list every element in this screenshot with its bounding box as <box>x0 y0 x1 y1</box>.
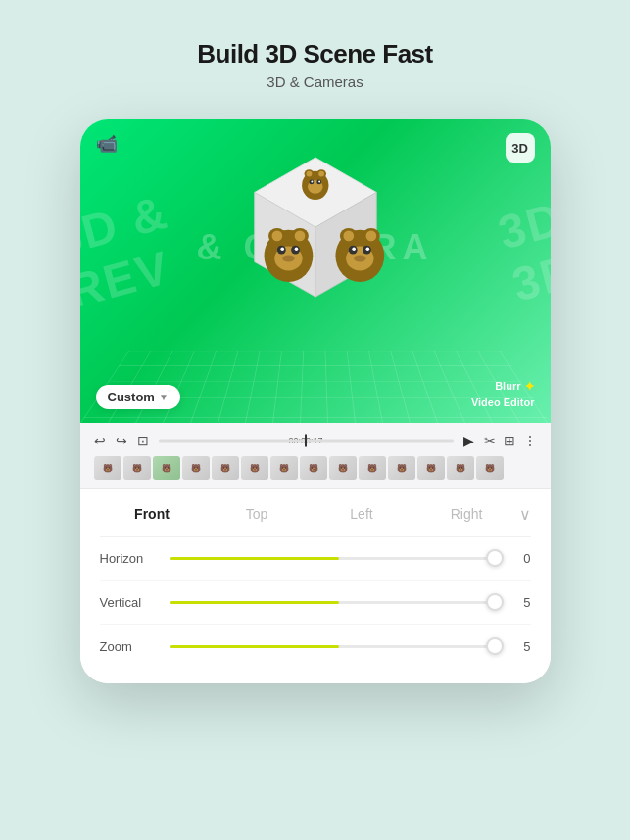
bg-text-right: 3D3D <box>493 191 550 311</box>
crop-button[interactable]: ⊡ <box>137 433 149 448</box>
frame-thumb: 🐻 <box>329 456 357 480</box>
zoom-thumb[interactable] <box>486 637 504 655</box>
svg-point-33 <box>311 180 313 182</box>
vertical-thumb[interactable] <box>486 593 504 611</box>
custom-view-button[interactable]: Custom ▼ <box>96 385 180 409</box>
play-button[interactable]: ▶ <box>463 433 474 448</box>
layers-button[interactable]: ⊞ <box>504 433 515 448</box>
timeline-right-icons: ✂ ⊞ ⋮ <box>484 433 537 448</box>
frame-thumb: 🐻 <box>417 456 445 480</box>
frame-thumb: 🐻 <box>123 456 151 480</box>
svg-point-6 <box>271 231 282 242</box>
svg-point-11 <box>280 247 284 251</box>
3d-cube <box>237 149 394 305</box>
view-tabs: Front Top Left Right ∨ <box>100 489 531 537</box>
star-icon: ✦ <box>524 379 535 394</box>
watermark-line1: Blurr <box>495 380 520 392</box>
svg-point-23 <box>365 247 369 251</box>
zoom-slider-row: Zoom 5 <box>100 625 531 668</box>
svg-point-17 <box>343 231 354 242</box>
canvas-toolbar-left: 📹 <box>96 133 118 155</box>
frame-thumb: 🐻 <box>153 456 180 480</box>
zoom-value: 5 <box>508 639 531 654</box>
horizon-slider-row: Horizon 0 <box>100 537 531 581</box>
svg-point-34 <box>318 180 320 182</box>
frame-thumb: 🐻 <box>447 456 474 480</box>
page-subtitle: 3D & Cameras <box>197 73 432 90</box>
frame-thumb: 🐻 <box>476 456 504 480</box>
svg-point-18 <box>365 231 376 242</box>
horizon-thumb[interactable] <box>486 549 504 567</box>
horizon-label: Horizon <box>100 551 159 566</box>
svg-point-7 <box>294 231 305 242</box>
controls-panel: Front Top Left Right ∨ Horizon 0 Vertica… <box>80 489 551 683</box>
frame-thumb: 🐻 <box>359 456 386 480</box>
watermark-line2: Video Editor <box>471 397 535 408</box>
redo-button[interactable]: ↪ <box>116 433 127 448</box>
zoom-label: Zoom <box>100 639 159 654</box>
tab-top[interactable]: Top <box>205 502 310 526</box>
bg-text-left: 3D &REV <box>80 185 188 319</box>
frame-thumb: 🐻 <box>388 456 415 480</box>
frame-thumb: 🐻 <box>212 456 239 480</box>
page-header: Build 3D Scene Fast 3D & Cameras <box>197 39 432 90</box>
svg-point-28 <box>306 171 312 177</box>
custom-label: Custom <box>108 390 155 404</box>
timeline-area: ↩ ↪ ⊡ 00:00:17 ▶ ✂ ⊞ ⋮ 🐻 🐻 🐻 🐻 <box>80 423 551 489</box>
svg-point-29 <box>318 171 324 177</box>
scissors-button[interactable]: ✂ <box>484 433 496 448</box>
page-title: Build 3D Scene Fast <box>197 39 432 70</box>
svg-point-22 <box>352 247 356 251</box>
watermark: Blurr ✦ Video Editor <box>471 379 535 409</box>
canvas-toolbar-right[interactable]: 3D <box>506 133 535 163</box>
svg-point-24 <box>354 255 365 261</box>
tab-front[interactable]: Front <box>100 502 205 526</box>
horizon-value: 0 <box>508 551 531 566</box>
svg-point-12 <box>294 247 298 251</box>
custom-arrow-icon: ▼ <box>159 392 169 402</box>
view-tab-dropdown-icon[interactable]: ∨ <box>519 505 531 524</box>
frame-thumb: 🐻 <box>270 456 298 480</box>
vertical-slider[interactable] <box>170 592 496 612</box>
vertical-slider-row: Vertical 5 <box>100 581 531 625</box>
camera-icon: 📹 <box>96 133 118 155</box>
more-button[interactable]: ⋮ <box>523 433 537 448</box>
3d-mode-button[interactable]: 3D <box>506 133 535 163</box>
frame-thumb: 🐻 <box>182 456 210 480</box>
frame-thumb: 🐻 <box>94 456 121 480</box>
timeline-frames: 🐻 🐻 🐻 🐻 🐻 🐻 🐻 🐻 🐻 🐻 🐻 🐻 🐻 🐻 <box>94 456 537 480</box>
zoom-slider[interactable] <box>170 636 496 656</box>
undo-button[interactable]: ↩ <box>94 433 106 448</box>
frame-thumb: 🐻 <box>300 456 327 480</box>
tab-right[interactable]: Right <box>414 502 519 526</box>
timeline-controls: ↩ ↪ ⊡ 00:00:17 ▶ ✂ ⊞ ⋮ <box>94 431 537 450</box>
horizon-slider[interactable] <box>170 548 496 568</box>
svg-point-13 <box>282 255 294 261</box>
frame-thumb: 🐻 <box>241 456 268 480</box>
device-frame: 3D &REV 3D3D & CAMERA <box>80 119 551 683</box>
vertical-label: Vertical <box>100 595 159 610</box>
tab-left[interactable]: Left <box>310 502 414 526</box>
vertical-value: 5 <box>508 595 531 610</box>
canvas-area: 3D &REV 3D3D & CAMERA <box>80 119 551 423</box>
